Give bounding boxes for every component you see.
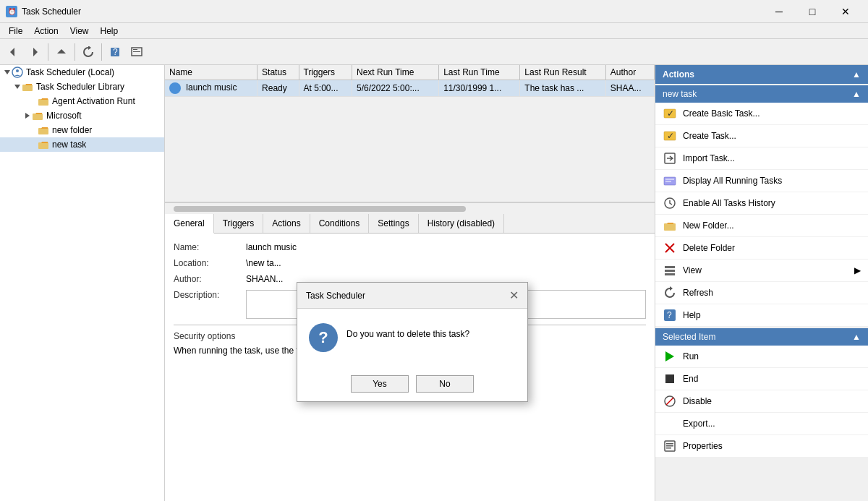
dialog-buttons: Yes No: [297, 367, 527, 401]
dialog-no-button[interactable]: No: [416, 375, 474, 393]
dialog-yes-button[interactable]: Yes: [351, 375, 409, 393]
dialog-title-bar: Task Scheduler ✕: [297, 283, 527, 309]
dialog-body: ? Do you want to delete this task?: [297, 309, 527, 367]
dialog-message: Do you want to delete this task?: [346, 323, 469, 339]
dialog-close-button[interactable]: ✕: [509, 288, 519, 302]
dialog-box: Task Scheduler ✕ ? Do you want to delete…: [297, 282, 528, 402]
dialog-title: Task Scheduler: [306, 291, 365, 301]
dialog-question-icon: ?: [309, 323, 338, 352]
dialog-overlay: Task Scheduler ✕ ? Do you want to delete…: [0, 0, 868, 501]
